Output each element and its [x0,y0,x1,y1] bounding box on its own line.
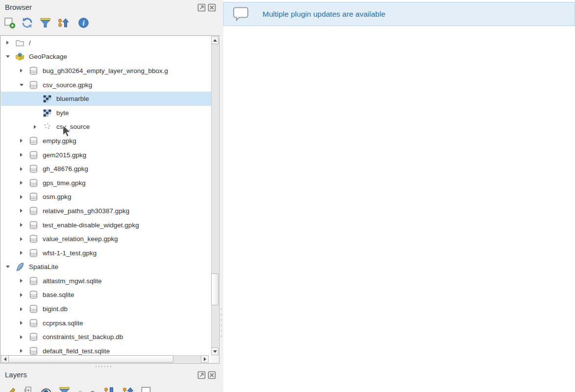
expand-arrow-icon[interactable] [31,123,39,130]
filter-expression-button[interactable]: ε [76,386,89,392]
add-group-button[interactable] [22,386,35,392]
tree-row[interactable]: gh_48676.gpkg [1,162,218,176]
database-icon [28,192,39,202]
expand-arrow-icon[interactable] [18,333,25,341]
tree-row[interactable]: constraints_test_backup.db [1,330,218,344]
collapse-tree-icon [122,386,135,392]
arrow-right-icon [204,357,206,361]
tree-row[interactable]: bigint.db [1,302,218,316]
expand-arrow-icon[interactable] [18,207,25,215]
arrow-spacer [31,95,39,102]
expand-all-button[interactable] [103,386,116,392]
tree-row[interactable]: SpatiaLite [1,260,218,274]
database-icon [28,234,39,244]
tree-item-label: wfst-1-1_test.gpkg [43,249,96,257]
scroll-right-button[interactable] [201,355,209,363]
properties-widget-button[interactable]: i [77,17,90,29]
collapse-arrow-icon[interactable] [4,263,11,270]
tree-row[interactable]: gem2015.gpkg [1,148,218,162]
collapse-all-button[interactable] [57,17,70,29]
tree-item-label: default_field_test.sqlite [43,347,110,355]
notification-message[interactable]: Multiple plugin updates are available [263,10,385,19]
collapse-arrow-icon[interactable] [18,81,25,89]
add-layer-button[interactable] [3,17,16,29]
expand-arrow-icon[interactable] [18,179,25,187]
database-icon [28,248,39,258]
add-layer-icon [3,17,16,29]
filter-expression-icon: ε [76,386,89,392]
expand-arrow-icon[interactable] [18,193,25,200]
map-canvas[interactable]: Multiple plugin updates are available [223,0,575,392]
database-icon [28,178,39,188]
vertical-scrollbar[interactable] [211,36,218,355]
vertical-scrollbar-thumb[interactable] [211,273,218,305]
tree-item-label: ccprpsa.sqlite [43,319,83,327]
browser-tree: /GeoPackagebug_gh30264_empty_layer_wrong… [0,35,219,364]
expand-arrow-icon[interactable] [18,291,25,298]
dock-canvas-splitter[interactable] [220,0,223,392]
tree-row[interactable]: relative_paths_gh30387.gpkg [1,204,218,218]
tree-row[interactable]: wfst-1-1_test.gpkg [1,246,218,260]
manage-map-themes-button[interactable] [40,386,52,392]
layers-close-button[interactable] [208,371,216,379]
browser-panel-titlebar: Browser [0,0,219,15]
tree-row[interactable]: test_enable-disable_widget.gpkg [1,218,218,232]
expand-arrow-icon[interactable] [18,235,25,243]
add-group-icon [22,386,35,392]
expand-arrow-icon[interactable] [4,39,11,47]
expand-arrow-icon[interactable] [18,137,25,145]
database-icon [28,136,39,146]
database-icon [28,332,39,342]
tree-item-label: csv_source.gpkg [43,81,92,89]
expand-arrow-icon[interactable] [18,67,25,74]
tree-item-label: SpatiaLite [29,263,58,270]
database-icon [28,206,39,216]
horizontal-scrollbar[interactable] [1,355,209,363]
expand-arrow-icon[interactable] [18,277,25,285]
expand-arrow-icon[interactable] [18,165,25,172]
scroll-up-button[interactable] [211,36,218,44]
scroll-down-button[interactable] [211,347,218,355]
tree-row[interactable]: empty.gpkg [1,134,218,148]
folder-icon [15,38,25,48]
tree-row[interactable]: byte [1,106,218,120]
tree-row[interactable]: altlastm_mgwl.sqlite [1,274,218,288]
refresh-button[interactable] [21,17,34,29]
tree-row[interactable]: base.sqlite [1,288,218,302]
layers-float-button[interactable] [197,371,206,379]
browser-close-button[interactable] [208,3,216,12]
horizontal-scrollbar-thumb[interactable] [8,355,173,363]
browser-float-button[interactable] [197,3,206,12]
tree-row[interactable]: / [1,36,218,50]
tree-row[interactable]: bug_gh30264_empty_layer_wrong_bbox.g [1,64,218,78]
expand-arrow-icon[interactable] [18,305,25,313]
scrollbar-corner [211,355,218,363]
collapse-tree-button[interactable] [122,386,135,392]
tree-row[interactable]: gps_time.gpkg [1,176,218,190]
expand-arrow-icon[interactable] [18,221,25,229]
tree-item-label: constraints_test_backup.db [43,333,123,341]
tree-item-label: gh_48676.gpkg [43,165,88,172]
expand-arrow-icon[interactable] [18,319,25,327]
notification-bar[interactable]: Multiple plugin updates are available [223,2,575,26]
remove-layer-button[interactable] [140,386,153,392]
tree-row[interactable]: value_relation_keep.gpkg [1,232,218,246]
database-icon [28,304,39,314]
tree-row[interactable]: csv_source [1,120,218,134]
tree-row[interactable]: GeoPackage [1,50,218,64]
collapse-arrow-icon[interactable] [4,53,11,60]
tree-row[interactable]: csv_source.gpkg [1,78,218,92]
filter-legend-button[interactable] [58,386,71,392]
open-layer-styling-button[interactable] [3,386,16,392]
close-icon [208,3,216,12]
arrow-left-icon [4,357,6,361]
expand-arrow-icon[interactable] [18,347,25,355]
expand-arrow-icon[interactable] [18,249,25,257]
scroll-left-button[interactable] [1,355,9,363]
tree-item-label: gps_time.gpkg [43,179,86,187]
tree-row[interactable]: osm.gpkg [1,190,218,204]
tree-row[interactable]: bluemarble [1,92,218,106]
expand-arrow-icon[interactable] [18,151,25,159]
tree-row[interactable]: ccprpsa.sqlite [1,316,218,330]
filter-browser-button[interactable] [39,17,52,29]
